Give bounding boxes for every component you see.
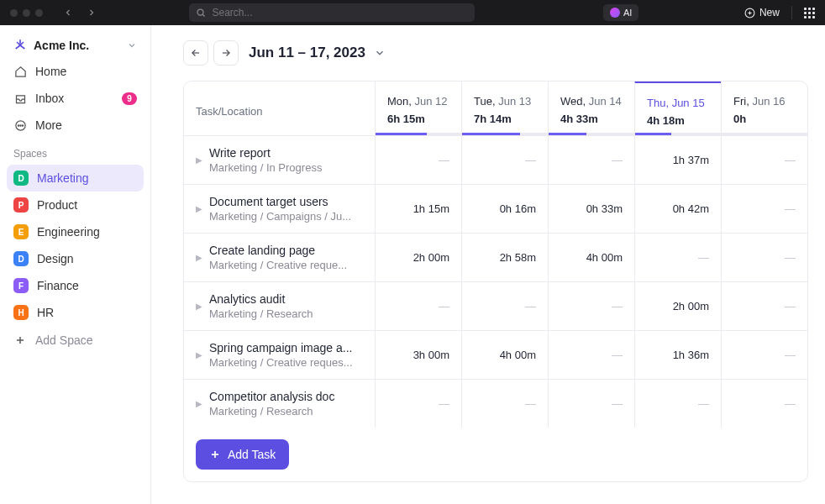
time-cell[interactable]: — bbox=[461, 136, 548, 184]
space-letter-icon: D bbox=[13, 251, 29, 266]
time-cell[interactable]: — bbox=[721, 136, 807, 184]
task-title: Write report bbox=[209, 146, 366, 160]
window-dot[interactable] bbox=[10, 9, 18, 17]
window-dot[interactable] bbox=[35, 9, 43, 17]
expand-caret-icon[interactable]: ▶ bbox=[196, 155, 204, 165]
task-title: Document target users bbox=[209, 195, 366, 208]
day-header-cell[interactable]: Fri, Jun 16 0h bbox=[721, 81, 807, 135]
day-total: 6h 15m bbox=[387, 113, 449, 125]
time-cell[interactable]: 0h 42m bbox=[634, 185, 721, 233]
nav-label: Home bbox=[35, 65, 66, 78]
expand-caret-icon[interactable]: ▶ bbox=[196, 204, 204, 213]
time-cell[interactable]: — bbox=[375, 136, 461, 184]
task-title: Create landing page bbox=[209, 244, 366, 257]
home-icon bbox=[13, 66, 27, 78]
back-button[interactable] bbox=[60, 4, 76, 21]
task-cell[interactable]: ▶ Document target users Marketing / Camp… bbox=[184, 185, 375, 233]
next-week-button[interactable] bbox=[213, 40, 239, 66]
time-cell[interactable]: 4h 00m bbox=[461, 331, 548, 379]
time-cell[interactable]: — bbox=[721, 185, 807, 233]
timesheet-grid: Task/Location Mon, Jun 12 6h 15m Tue, Ju… bbox=[183, 81, 808, 482]
task-cell[interactable]: ▶ Create landing page Marketing / Creati… bbox=[184, 234, 375, 281]
day-header-cell[interactable]: Mon, Jun 12 6h 15m bbox=[375, 81, 461, 135]
time-cell[interactable]: 1h 15m bbox=[375, 185, 461, 233]
space-item[interactable]: H HR bbox=[7, 299, 144, 326]
date-range-row: Jun 11 – 17, 2023 bbox=[183, 40, 825, 66]
expand-caret-icon[interactable]: ▶ bbox=[196, 350, 204, 360]
space-label: Engineering bbox=[37, 225, 100, 239]
time-cell[interactable]: 4h 00m bbox=[548, 234, 634, 281]
time-cell[interactable]: — bbox=[548, 380, 634, 428]
org-switcher[interactable]: Acme Inc. bbox=[7, 34, 144, 57]
expand-caret-icon[interactable]: ▶ bbox=[196, 399, 204, 408]
task-row: ▶ Spring campaign image a... Marketing /… bbox=[184, 330, 807, 379]
time-cell[interactable]: — bbox=[721, 380, 807, 428]
space-letter-icon: D bbox=[13, 171, 29, 186]
sidebar: Acme Inc. Home Inbox 9 More Spaces bbox=[0, 25, 151, 504]
task-cell[interactable]: ▶ Competitor analysis doc Marketing / Re… bbox=[184, 380, 375, 428]
space-item[interactable]: D Design bbox=[7, 245, 144, 272]
new-button[interactable]: New bbox=[744, 7, 780, 18]
forward-button[interactable] bbox=[83, 4, 100, 21]
day-header-cell[interactable]: Tue, Jun 13 7h 14m bbox=[461, 81, 548, 135]
day-name: Fri, Jun 16 bbox=[733, 95, 796, 108]
time-cell[interactable]: — bbox=[721, 234, 807, 281]
expand-caret-icon[interactable]: ▶ bbox=[196, 253, 204, 262]
time-cell[interactable]: — bbox=[375, 380, 461, 428]
space-item[interactable]: D Marketing bbox=[7, 165, 144, 192]
nav-inbox[interactable]: Inbox 9 bbox=[7, 86, 144, 111]
task-title: Analytics audit bbox=[209, 292, 366, 306]
task-title: Spring campaign image a... bbox=[209, 341, 366, 354]
time-cell[interactable]: — bbox=[461, 282, 548, 330]
ai-icon bbox=[610, 8, 620, 18]
time-cell[interactable]: 0h 33m bbox=[548, 185, 634, 233]
task-header-label: Task/Location bbox=[196, 95, 363, 118]
task-path: Marketing / Research bbox=[209, 405, 366, 417]
apps-button[interactable] bbox=[804, 8, 815, 18]
space-item[interactable]: P Product bbox=[7, 192, 144, 218]
add-task-button[interactable]: Add Task bbox=[196, 439, 289, 470]
time-cell[interactable]: — bbox=[548, 136, 634, 184]
ai-button[interactable]: AI bbox=[603, 4, 638, 21]
time-cell[interactable]: 1h 36m bbox=[634, 331, 721, 379]
nav-label: Inbox bbox=[35, 92, 64, 105]
day-header-cell[interactable]: Thu, Jun 15 4h 18m bbox=[634, 81, 721, 135]
time-cell[interactable]: 3h 00m bbox=[375, 331, 461, 379]
search-icon bbox=[196, 8, 206, 18]
prev-week-button[interactable] bbox=[183, 40, 208, 66]
day-name: Mon, Jun 12 bbox=[387, 95, 449, 108]
task-cell[interactable]: ▶ Write report Marketing / In Progress bbox=[184, 136, 375, 184]
expand-caret-icon[interactable]: ▶ bbox=[196, 302, 204, 311]
time-cell[interactable]: — bbox=[721, 331, 807, 379]
time-cell[interactable]: 2h 00m bbox=[375, 234, 461, 281]
day-progress-bar bbox=[462, 133, 548, 135]
time-cell[interactable]: 2h 58m bbox=[461, 234, 548, 281]
nav-home[interactable]: Home bbox=[7, 59, 144, 84]
date-range-picker[interactable]: Jun 11 – 17, 2023 bbox=[249, 45, 386, 61]
time-cell[interactable]: — bbox=[375, 282, 461, 330]
search-input[interactable] bbox=[189, 3, 475, 22]
time-cell[interactable]: 1h 37m bbox=[634, 136, 721, 184]
day-header-cell[interactable]: Wed, Jun 14 4h 33m bbox=[548, 81, 634, 135]
day-progress-bar bbox=[635, 133, 721, 135]
time-cell[interactable]: — bbox=[721, 282, 807, 330]
chevron-down-icon bbox=[127, 40, 137, 50]
time-cell[interactable]: — bbox=[461, 380, 548, 428]
task-cell[interactable]: ▶ Spring campaign image a... Marketing /… bbox=[184, 331, 375, 379]
time-cell[interactable]: — bbox=[548, 331, 634, 379]
space-item[interactable]: E Engineering bbox=[7, 218, 144, 245]
time-cell[interactable]: 2h 00m bbox=[634, 282, 721, 330]
window-dot[interactable] bbox=[23, 9, 30, 17]
org-name: Acme Inc. bbox=[34, 39, 89, 52]
task-row: ▶ Competitor analysis doc Marketing / Re… bbox=[184, 379, 807, 428]
time-cell[interactable]: 0h 16m bbox=[461, 185, 548, 233]
time-cell[interactable]: — bbox=[548, 282, 634, 330]
svg-line-1 bbox=[202, 14, 204, 16]
add-space-button[interactable]: Add Space bbox=[7, 328, 144, 353]
time-cell[interactable]: — bbox=[634, 234, 721, 281]
plus-icon bbox=[13, 334, 27, 346]
nav-more[interactable]: More bbox=[7, 113, 144, 138]
time-cell[interactable]: — bbox=[634, 380, 721, 428]
task-cell[interactable]: ▶ Analytics audit Marketing / Research bbox=[184, 282, 375, 330]
space-item[interactable]: F Finance bbox=[7, 272, 144, 299]
